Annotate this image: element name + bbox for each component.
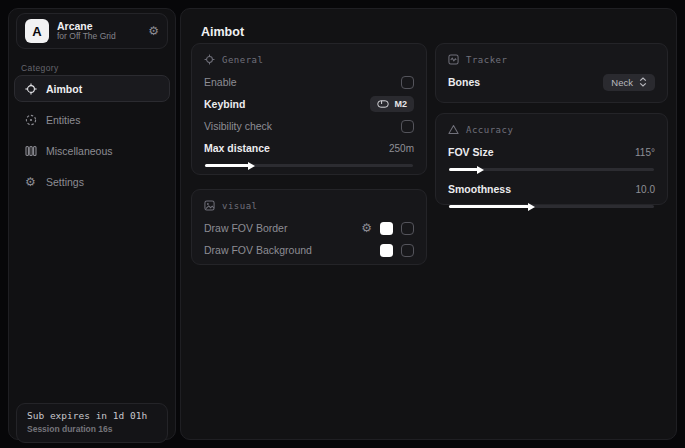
slider-thumb[interactable] <box>248 162 255 170</box>
image-icon <box>204 200 215 211</box>
smoothness-value: 10.0 <box>636 184 655 195</box>
keybind-button[interactable]: M2 <box>370 96 414 112</box>
tracker-card: Tracker Bones Neck <box>435 43 668 103</box>
sidebar-item-settings[interactable]: ⚙ Settings <box>14 168 170 195</box>
keybind-value: M2 <box>394 99 407 109</box>
card-title: Accuracy <box>466 125 513 135</box>
sidebar-item-entities[interactable]: Entities <box>14 106 170 133</box>
sidebar-item-label: Aimbot <box>46 83 82 95</box>
app-logo: A <box>25 19 49 43</box>
draw-fov-border-checkbox[interactable] <box>401 222 414 235</box>
scope-icon <box>204 54 215 65</box>
sidebar-nav: Aimbot Entities Miscellaneous <box>14 75 170 199</box>
max-distance-value: 250m <box>389 143 414 154</box>
crosshair-icon <box>24 83 37 95</box>
radar-icon <box>448 54 459 65</box>
visual-card: visual Draw FOV Border ⚙ Draw FOV Backgr… <box>191 189 427 265</box>
session-duration-text: Session duration 16s <box>27 424 157 434</box>
category-label: Category <box>21 63 59 73</box>
sidebar-item-label: Settings <box>46 176 84 188</box>
sidebar-item-aimbot[interactable]: Aimbot <box>14 75 170 102</box>
mouse-icon <box>377 100 389 108</box>
main-panel: Aimbot General Enable Keybind <box>180 8 677 440</box>
sidebar-item-miscellaneous[interactable]: Miscellaneous <box>14 137 170 164</box>
draw-fov-border-label: Draw FOV Border <box>204 222 287 234</box>
keybind-label: Keybind <box>204 98 245 110</box>
slider-thumb[interactable] <box>477 166 484 174</box>
enable-label: Enable <box>204 76 237 88</box>
max-distance-slider[interactable] <box>205 164 413 167</box>
bones-value: Neck <box>611 77 633 88</box>
smoothness-label: Smoothness <box>448 183 511 195</box>
smoothness-slider[interactable] <box>449 205 654 208</box>
enable-checkbox[interactable] <box>401 76 414 89</box>
max-distance-label: Max distance <box>204 142 270 154</box>
sub-expiry-text: Sub expires in 1d 01h <box>27 410 157 421</box>
card-title: Tracker <box>466 55 507 65</box>
visibility-check-checkbox[interactable] <box>401 120 414 133</box>
fov-size-slider[interactable] <box>449 168 654 171</box>
triangle-icon <box>448 124 459 135</box>
bones-label: Bones <box>448 76 480 88</box>
gear-icon[interactable]: ⚙ <box>361 222 372 234</box>
sidebar-item-label: Entities <box>46 114 80 126</box>
fov-size-value: 115° <box>635 147 655 158</box>
page-title: Aimbot <box>201 25 244 39</box>
sidebar-item-label: Miscellaneous <box>46 145 113 157</box>
card-title: General <box>222 55 263 65</box>
draw-fov-background-checkbox[interactable] <box>401 244 414 257</box>
fov-border-color-swatch[interactable] <box>380 222 393 235</box>
subscription-card: Sub expires in 1d 01h Session duration 1… <box>16 403 168 443</box>
slider-thumb[interactable] <box>528 203 535 211</box>
app-subtitle: for Off The Grid <box>57 32 140 42</box>
card-title: visual <box>222 201 258 211</box>
gear-icon: ⚙ <box>24 176 37 188</box>
scan-icon <box>24 114 37 126</box>
fov-background-color-swatch[interactable] <box>380 244 393 257</box>
sidebar: A Arcane for Off The Grid ⚙ Category Aim… <box>8 8 176 440</box>
general-card: General Enable Keybind M2 Visibility che… <box>191 43 427 175</box>
bones-select[interactable]: Neck <box>603 74 655 91</box>
fov-size-label: FOV Size <box>448 146 494 158</box>
accuracy-card: Accuracy FOV Size 115° Smoothness 10.0 <box>435 113 668 205</box>
grid-icon <box>24 145 37 157</box>
visibility-check-label: Visibility check <box>204 120 272 132</box>
draw-fov-background-label: Draw FOV Background <box>204 244 312 256</box>
gear-icon[interactable]: ⚙ <box>148 25 159 37</box>
app-header-card: A Arcane for Off The Grid ⚙ <box>16 13 168 49</box>
chevrons-up-down-icon <box>639 77 647 87</box>
